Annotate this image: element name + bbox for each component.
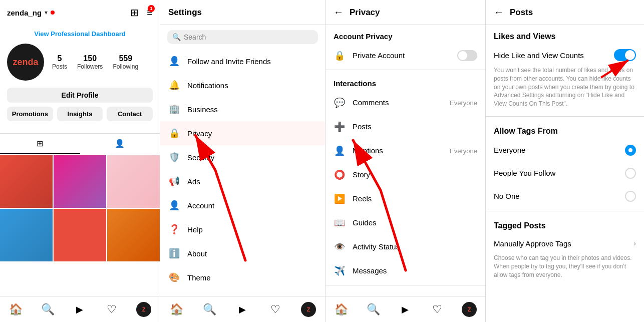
tag-option-following[interactable]: People You Follow	[486, 162, 644, 185]
grid-view-tab[interactable]: ⊞	[0, 134, 80, 154]
photo-cell-5[interactable]	[54, 209, 106, 261]
comments-icon: 💬	[334, 97, 346, 109]
following-count: 559	[119, 54, 132, 63]
heart-nav-button[interactable]: ♡	[102, 299, 122, 319]
followers-stat[interactable]: 150 Followers	[77, 54, 103, 70]
insights-button[interactable]: Insights	[57, 107, 103, 121]
privacy-search-nav[interactable]: 🔍	[364, 299, 384, 319]
reels-text: Reels	[353, 194, 477, 203]
username-row: zenda_ng ▾	[7, 9, 55, 17]
reels-nav-button[interactable]: ▶	[70, 299, 90, 319]
posts-label: Posts	[52, 63, 67, 70]
promotions-button[interactable]: Promotions	[7, 107, 53, 121]
photo-cell-1[interactable]	[0, 155, 53, 208]
settings-item-business[interactable]: 🏢 Business	[160, 97, 325, 121]
settings-title: Settings	[168, 8, 202, 18]
settings-item-about[interactable]: ℹ️ About	[160, 241, 325, 265]
everyone-radio[interactable]	[625, 145, 636, 156]
tag-option-everyone[interactable]: Everyone	[486, 139, 644, 162]
view-dashboard-link[interactable]: View Professional Dashboard	[7, 30, 153, 38]
story-icon: ⭕	[334, 169, 346, 181]
settings-search-nav[interactable]: 🔍	[200, 299, 220, 319]
settings-item-account[interactable]: 👤 Account	[160, 193, 325, 217]
follow-icon: 👤	[168, 55, 180, 67]
privacy-home-nav[interactable]: 🏠	[332, 299, 352, 319]
settings-bottom-nav: 🏠 🔍 ▶ ♡ Z	[160, 296, 325, 322]
settings-item-theme[interactable]: 🎨 Theme	[160, 265, 325, 289]
settings-item-security[interactable]: 🛡️ Security	[160, 145, 325, 169]
allow-tags-title: Allow Tags From	[486, 120, 644, 139]
photo-5	[54, 209, 106, 261]
private-account-toggle[interactable]	[457, 50, 477, 61]
settings-profile-avatar: Z	[301, 302, 316, 317]
story-item[interactable]: ⭕ Story	[326, 163, 485, 187]
add-post-button[interactable]: ⊞	[130, 7, 139, 19]
search-nav-icon: 🔍	[41, 303, 55, 316]
tag-option-noone[interactable]: No One	[486, 185, 644, 208]
tagged-view-tab[interactable]: 👤	[80, 134, 160, 154]
contact-button[interactable]: Contact	[107, 107, 153, 121]
avatar: zenda	[7, 44, 44, 81]
settings-heart-nav[interactable]: ♡	[265, 299, 285, 319]
settings-list: 👤 Follow and Invite Friends 🔔 Notificati…	[160, 49, 325, 296]
search-nav-button[interactable]: 🔍	[38, 299, 58, 319]
help-icon: ❓	[168, 223, 180, 235]
privacy-search-icon: 🔍	[367, 303, 380, 316]
privacy-home-icon: 🏠	[335, 303, 348, 316]
ads-icon: 📢	[168, 175, 180, 187]
following-radio[interactable]	[625, 168, 636, 179]
privacy-profile-nav[interactable]: Z	[459, 299, 479, 319]
edit-profile-button[interactable]: Edit Profile	[7, 88, 153, 103]
top-bar-actions: ⊞ ≡ 1	[130, 7, 153, 19]
noone-label: No One	[494, 192, 520, 200]
settings-item-follow[interactable]: 👤 Follow and Invite Friends	[160, 49, 325, 73]
comments-item[interactable]: 💬 Comments Everyone	[326, 91, 485, 115]
settings-home-nav[interactable]: 🏠	[167, 299, 187, 319]
photo-cell-4[interactable]	[0, 209, 53, 261]
settings-reels-nav[interactable]: ▶	[232, 299, 252, 319]
settings-heart-icon: ♡	[270, 303, 280, 316]
noone-radio[interactable]	[625, 191, 636, 202]
manually-approve-item[interactable]: Manually Approve Tags ›	[486, 233, 644, 254]
private-account-item[interactable]: 🔒 Private Account	[326, 44, 485, 68]
mentions-label: Mentions	[353, 146, 383, 155]
settings-item-help[interactable]: ❓ Help	[160, 217, 325, 241]
hide-like-toggle[interactable]	[614, 49, 636, 61]
profile-nav-button[interactable]: Z	[134, 299, 154, 319]
privacy-reels-nav[interactable]: ▶	[395, 299, 415, 319]
reels-nav-icon: ▶	[76, 304, 83, 315]
photo-cell-6[interactable]	[107, 209, 160, 261]
settings-item-privacy[interactable]: 🔒 Privacy	[160, 121, 325, 145]
photo-cell-2[interactable]	[54, 155, 106, 208]
everyone-label: Everyone	[494, 146, 525, 154]
settings-item-notifications[interactable]: 🔔 Notifications	[160, 73, 325, 97]
settings-profile-nav[interactable]: Z	[298, 299, 318, 319]
story-text: Story	[353, 170, 477, 179]
settings-header: Settings	[160, 0, 325, 25]
posts-title: Posts	[510, 8, 533, 18]
search-icon: 🔍	[172, 33, 181, 41]
posts-count: 5	[58, 54, 62, 63]
photo-3	[107, 155, 160, 208]
home-nav-button[interactable]: 🏠	[6, 299, 26, 319]
settings-item-ads[interactable]: 📢 Ads	[160, 169, 325, 193]
guides-item[interactable]: 📖 Guides	[326, 211, 485, 235]
photo-cell-3[interactable]	[107, 155, 160, 208]
following-stat[interactable]: 559 Following	[113, 54, 138, 70]
privacy-back-button[interactable]: ←	[334, 7, 344, 18]
search-input[interactable]	[184, 33, 313, 41]
settings-reels-icon: ▶	[239, 304, 246, 315]
activity-item[interactable]: 👁️ Activity Status	[326, 235, 485, 259]
posts-item[interactable]: ➕ Posts	[326, 115, 485, 139]
menu-button[interactable]: ≡ 1	[147, 7, 153, 19]
posts-back-button[interactable]: ←	[494, 7, 504, 18]
photo-1	[0, 155, 53, 208]
posts-stat[interactable]: 5 Posts	[52, 54, 67, 70]
messages-text: Messages	[353, 266, 477, 275]
privacy-icon: 🔒	[168, 127, 180, 139]
privacy-heart-nav[interactable]: ♡	[427, 299, 447, 319]
mentions-item[interactable]: 👤 Mentions Everyone	[326, 139, 485, 163]
posts-panel: ← Posts Likes and Views Hide Like and Vi…	[486, 0, 644, 322]
reels-privacy-item[interactable]: ▶️ Reels	[326, 187, 485, 211]
messages-item[interactable]: ✈️ Messages	[326, 259, 485, 283]
